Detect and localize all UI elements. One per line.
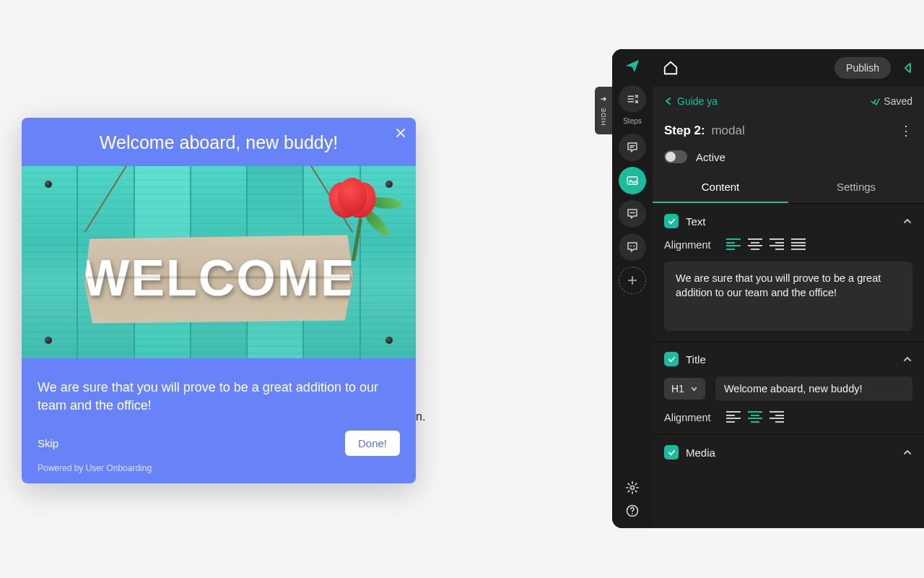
saved-check-icon — [870, 96, 880, 106]
text-section-title: Text — [686, 215, 895, 228]
saved-status: Saved — [870, 95, 912, 107]
alignment-label: Alignment — [664, 239, 716, 251]
title-enabled-checkbox[interactable] — [664, 352, 679, 366]
steps-icon[interactable] — [619, 85, 646, 113]
back-link-label: Guide ya — [677, 95, 718, 107]
powered-by-label: Powered by User Onboarding — [22, 460, 416, 483]
editor-subheader: Guide ya Saved — [653, 87, 924, 116]
settings-icon[interactable] — [625, 480, 640, 495]
editor-tabs: Content Settings — [653, 172, 924, 204]
svg-point-2 — [630, 246, 632, 247]
modal-step-icon[interactable] — [619, 167, 646, 194]
chevron-up-icon[interactable] — [902, 354, 912, 364]
editor-panel: Steps — [612, 49, 924, 528]
collapse-panel-icon[interactable] — [901, 61, 914, 74]
back-to-guide-link[interactable]: Guide ya — [664, 95, 718, 107]
done-button[interactable]: Done! — [345, 431, 400, 456]
step-header: Step 2: modal ⋮ — [653, 116, 924, 144]
home-icon[interactable] — [663, 60, 679, 76]
saved-label: Saved — [884, 95, 912, 107]
hotspot-step-icon[interactable] — [619, 200, 646, 228]
active-label: Active — [696, 151, 725, 163]
publish-button[interactable]: Publish — [834, 57, 891, 79]
svg-point-3 — [633, 246, 635, 247]
text-section: Text Alignment We are sure that you will… — [653, 204, 924, 342]
media-section-title: Media — [686, 447, 895, 459]
send-icon[interactable] — [624, 58, 640, 74]
tooltip-step-icon[interactable] — [619, 134, 646, 161]
align-right-button[interactable] — [770, 238, 784, 251]
step-number-label: Step 2: — [664, 124, 705, 137]
svg-point-4 — [631, 486, 635, 490]
onboarding-modal: Welcome aboard, new buddy! WELCOME We ar… — [22, 118, 416, 483]
step-menu-icon[interactable]: ⋮ — [899, 123, 912, 139]
slideout-step-icon[interactable] — [619, 233, 646, 261]
align-left-button[interactable] — [726, 238, 741, 251]
step-kind-label: modal — [711, 124, 744, 137]
title-section-title: Title — [686, 353, 895, 366]
steps-label: Steps — [623, 117, 642, 125]
chevron-up-icon[interactable] — [902, 216, 912, 226]
align-justify-button[interactable] — [791, 238, 806, 251]
welcome-sign-text: WELCOME — [82, 249, 356, 307]
editor-topbar: Publish — [653, 49, 924, 87]
title-alignment-label: Alignment — [664, 412, 716, 423]
chevron-up-icon[interactable] — [902, 447, 912, 457]
svg-point-6 — [632, 513, 633, 514]
chevron-down-icon — [690, 385, 698, 393]
align-center-button[interactable] — [748, 238, 762, 251]
modal-hero-image: WELCOME — [22, 166, 416, 358]
tab-settings[interactable]: Settings — [788, 172, 924, 203]
title-align-right-button[interactable] — [770, 411, 784, 424]
heading-level-value: H1 — [671, 383, 684, 394]
svg-rect-0 — [627, 177, 637, 185]
skip-button[interactable]: Skip — [38, 437, 58, 449]
title-align-center-button[interactable] — [748, 411, 762, 424]
modal-title: Welcome aboard, new buddy! — [22, 118, 416, 166]
editor-main: Publish Guide ya Saved Step 2: modal ⋮ — [653, 49, 924, 528]
close-icon[interactable] — [394, 126, 407, 139]
background-text-fragment: n. — [416, 410, 425, 423]
text-content-input[interactable]: We are sure that you will prove to be a … — [664, 262, 912, 331]
title-section: Title H1 Welcome aboard, new buddy! Alig… — [653, 342, 924, 435]
tab-content[interactable]: Content — [653, 172, 788, 203]
active-toggle[interactable] — [664, 150, 687, 163]
heading-level-select[interactable]: H1 — [664, 378, 705, 400]
arrow-right-icon — [600, 95, 607, 103]
active-toggle-row: Active — [653, 144, 924, 172]
add-step-button[interactable] — [619, 267, 646, 294]
media-section: Media — [653, 435, 924, 470]
help-icon[interactable] — [625, 504, 640, 518]
hide-label: HIDE — [600, 107, 607, 126]
title-input[interactable]: Welcome aboard, new buddy! — [715, 376, 912, 401]
editor-rail: Steps — [612, 49, 653, 528]
media-enabled-checkbox[interactable] — [664, 445, 679, 460]
content-area: Text Alignment We are sure that you will… — [653, 204, 924, 528]
modal-body-text: We are sure that you will prove to be a … — [22, 358, 416, 420]
title-align-left-button[interactable] — [726, 411, 741, 424]
hide-panel-tab[interactable]: HIDE — [595, 87, 612, 134]
text-enabled-checkbox[interactable] — [664, 214, 679, 228]
